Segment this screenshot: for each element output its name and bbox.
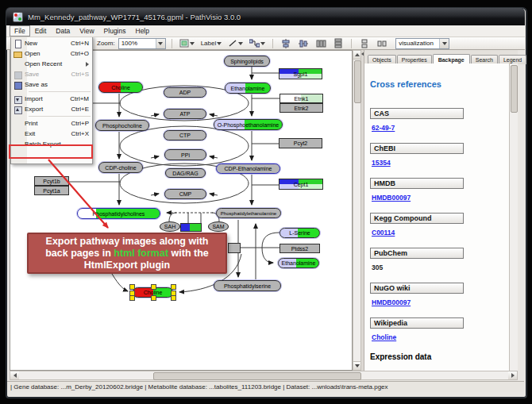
pathway-node-sphingolipids[interactable]: Sphingolipids bbox=[224, 56, 270, 67]
menu-data[interactable]: Data bbox=[51, 25, 75, 37]
menu-item-shortcut: Ctrl+P bbox=[71, 120, 89, 127]
visualization-combobox[interactable]: visualization bbox=[395, 38, 449, 49]
selection-handle[interactable] bbox=[151, 295, 156, 301]
pathway-node-ctp[interactable]: CTP bbox=[164, 130, 206, 140]
blank-icon bbox=[13, 130, 21, 138]
align-horizontal-center-button[interactable] bbox=[296, 37, 310, 50]
pathway-node-label: SAM bbox=[212, 224, 224, 229]
file-menu-item-open[interactable]: OpenCtrl+O bbox=[11, 48, 92, 59]
distribute-vertical-button[interactable] bbox=[331, 37, 345, 50]
selection-handle[interactable] bbox=[129, 295, 135, 301]
pathway-node-phosphatidylserine[interactable]: Phosphatidylserine bbox=[214, 280, 281, 291]
datanode-tool-dropdown[interactable] bbox=[178, 37, 196, 50]
xref-value[interactable]: C00114 bbox=[372, 229, 509, 237]
file-menu-item-import[interactable]: ImportCtrl+M bbox=[11, 94, 92, 104]
pathway-node-sgpl1[interactable]: Sgpl1 bbox=[279, 68, 322, 79]
zoom-combobox[interactable]: 100% bbox=[118, 38, 166, 49]
pathway-node-choline[interactable]: Choline bbox=[98, 82, 143, 93]
canvas-vertical-scrollbar[interactable] bbox=[353, 50, 361, 371]
canvas-vscroll-thumb[interactable] bbox=[354, 60, 361, 103]
menu-item-label: Open bbox=[25, 50, 40, 57]
pathway-node-o-phosphoethanolamine[interactable]: O-Phosphoethanolamine bbox=[214, 119, 283, 130]
status-bar: | Gene database: ...m_Derby_20120602.bri… bbox=[7, 381, 524, 392]
selection-handle[interactable] bbox=[171, 284, 176, 290]
pathway-node-choline-selected[interactable]: Choline bbox=[133, 287, 173, 298]
distribute-horizontal-button[interactable] bbox=[314, 37, 328, 50]
pathway-node-cdp-choline[interactable]: CDP-choline bbox=[98, 162, 143, 173]
file-menu-item-print[interactable]: PrintCtrl+P bbox=[11, 118, 92, 129]
status-text: | Gene database: ...m_Derby_20120602.bri… bbox=[10, 383, 388, 391]
pathway-node-cdp-ethanolamine[interactable]: CDP-Ethanolamine bbox=[216, 164, 280, 174]
pathway-node-atp[interactable]: ATP bbox=[164, 109, 206, 119]
pathway-node-label: L-Serine bbox=[289, 230, 310, 236]
file-menu-item-save[interactable]: SaveCtrl+S bbox=[11, 69, 92, 79]
file-menu-item-save-as[interactable]: Save as bbox=[11, 79, 92, 90]
pathway-node-sah[interactable]: SAH bbox=[160, 221, 180, 232]
scroll-right-icon[interactable] bbox=[508, 371, 517, 379]
title-bar[interactable]: Mm_Kennedy_pathway_WP1771_45176.gpml - P… bbox=[6, 8, 525, 25]
pathway-node-phosphatidylethanolamine[interactable]: Phosphatidylethanolamine bbox=[216, 208, 281, 218]
pathway-node-etnk2[interactable]: Etnk2 bbox=[279, 103, 323, 113]
menu-help[interactable]: Help bbox=[131, 25, 154, 37]
scroll-down-icon[interactable] bbox=[353, 361, 360, 370]
pathway-node-phosphocholine[interactable]: Phosphocholine bbox=[95, 120, 149, 131]
pathway-node-sam[interactable]: SAM bbox=[208, 221, 229, 232]
line-tool-dropdown[interactable] bbox=[226, 37, 245, 50]
pathway-node-label: ATP bbox=[179, 111, 190, 117]
canvas-hscroll-thumb[interactable] bbox=[153, 372, 361, 380]
zoom-dropdown-icon[interactable] bbox=[156, 39, 165, 48]
pathway-node-enzyme-box[interactable] bbox=[228, 243, 241, 253]
connector-tool-dropdown[interactable] bbox=[248, 37, 267, 50]
xref-value[interactable]: HMDB00097 bbox=[372, 298, 509, 306]
scroll-up-icon[interactable] bbox=[353, 51, 360, 60]
xref-value[interactable]: Choline bbox=[372, 333, 509, 341]
selection-handle[interactable] bbox=[151, 284, 156, 290]
pathway-node-ppi[interactable]: PPi bbox=[164, 149, 206, 160]
pathway-node-phosphatidylcholines[interactable]: Phosphatidylcholines bbox=[77, 208, 160, 219]
save-as-icon bbox=[13, 81, 21, 89]
pathway-node-ethanolamine-2[interactable]: Ethanolamine bbox=[278, 258, 319, 268]
pathway-node-pcyt2[interactable]: Pcyt2 bbox=[279, 138, 322, 148]
stack-vertical-button[interactable] bbox=[357, 37, 372, 50]
selection-handle[interactable] bbox=[129, 284, 135, 290]
label-tool-dropdown[interactable]: Label bbox=[199, 37, 224, 50]
pathway-node-dag-rag[interactable]: DAG/RAG bbox=[165, 168, 206, 178]
pathway-node-pcyt1b[interactable]: Pcyt1b bbox=[34, 176, 69, 186]
xref-title: Wikipedia bbox=[370, 317, 464, 329]
pathway-node-pcyt1a[interactable]: Pcyt1a bbox=[34, 186, 69, 195]
pathway-node-l-serine[interactable]: L-Serine bbox=[279, 228, 320, 238]
sidebar-vertical-scrollbar[interactable] bbox=[509, 63, 518, 371]
expression-data-heading: Expression data bbox=[370, 352, 509, 361]
pathway-node-label: CDP-choline bbox=[105, 165, 136, 171]
toolbar-separator bbox=[172, 39, 172, 48]
sidebar-vscroll-thumb[interactable] bbox=[511, 65, 518, 113]
xref-value[interactable]: 62-49-7 bbox=[372, 124, 509, 132]
file-menu-item-exit[interactable]: ExitCtrl+X bbox=[11, 129, 92, 139]
pathway-node-ethanolamine[interactable]: Ethanolamine bbox=[225, 83, 271, 94]
menu-plugins[interactable]: Plugins bbox=[99, 25, 131, 37]
visualization-dropdown-icon[interactable] bbox=[439, 39, 449, 48]
pathway-node-cmp[interactable]: CMP bbox=[164, 189, 206, 199]
menu-file[interactable]: File bbox=[10, 25, 30, 37]
menu-edit[interactable]: Edit bbox=[30, 25, 52, 37]
xref-section-hmdb: HMDBHMDB00097 bbox=[370, 178, 509, 202]
xref-value[interactable]: HMDB00097 bbox=[372, 194, 509, 202]
selection-handle[interactable] bbox=[171, 295, 176, 301]
file-menu-item-open-recent[interactable]: Open Recent bbox=[11, 59, 92, 69]
menu-separator bbox=[29, 91, 91, 92]
menu-item-label: Export bbox=[25, 106, 43, 113]
scroll-left-icon[interactable] bbox=[10, 371, 19, 379]
file-menu-item-new[interactable]: NewCtrl+N bbox=[11, 38, 92, 48]
xref-value[interactable]: 15354 bbox=[372, 159, 509, 167]
pathway-node-ptdss2[interactable]: Ptdss2 bbox=[279, 244, 320, 253]
pathway-node-pemt[interactable] bbox=[180, 223, 202, 232]
toolbar-separator bbox=[351, 39, 352, 48]
canvas-horizontal-scrollbar[interactable] bbox=[10, 371, 518, 380]
file-menu-item-export[interactable]: ExportCtrl+E bbox=[11, 104, 92, 114]
stack-horizontal-button[interactable] bbox=[375, 37, 389, 50]
align-vertical-center-button[interactable] bbox=[279, 37, 293, 50]
pathway-node-cept1[interactable]: Cept1 bbox=[279, 179, 323, 190]
pathway-node-etnk1[interactable]: Etnk1 bbox=[279, 94, 323, 103]
menu-view[interactable]: View bbox=[75, 25, 98, 37]
pathway-node-adp[interactable]: ADP bbox=[164, 87, 206, 98]
